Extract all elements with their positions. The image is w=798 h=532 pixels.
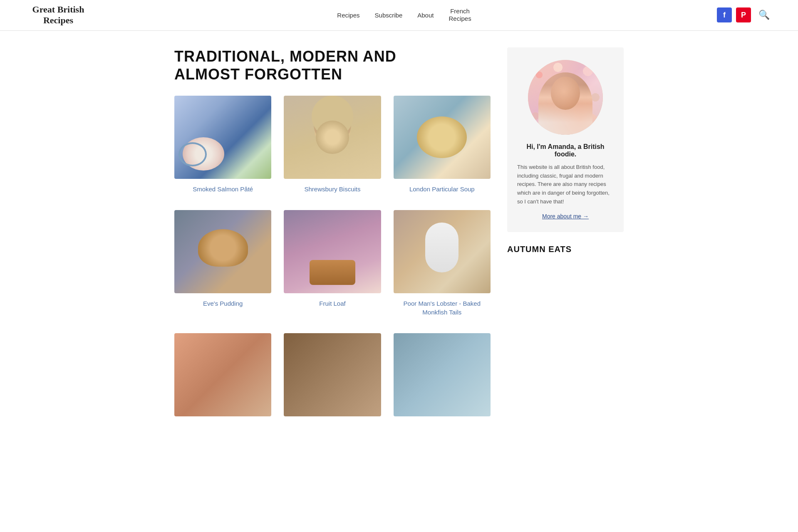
recipe-image-shrewsbury — [284, 96, 381, 179]
recipe-image-london-soup — [394, 96, 491, 179]
main-nav: Recipes Subscribe About French Recipes — [337, 7, 471, 22]
recipe-grid-row1: Smoked Salmon Pâté Shrewsbury Biscuits L… — [174, 96, 491, 193]
recipe-name-fruit-loaf: Fruit Loaf — [319, 299, 345, 308]
recipe-card-bottom3[interactable] — [394, 333, 491, 416]
recipe-image-bottom3 — [394, 333, 491, 416]
recipe-card-fruit-loaf[interactable]: Fruit Loaf — [284, 210, 381, 317]
recipe-image-smoked-salmon — [174, 96, 271, 179]
recipe-image-fruit-loaf — [284, 210, 381, 293]
site-header: Great British Recipes Recipes Subscribe … — [0, 0, 798, 31]
logo-line1: Great British — [32, 4, 84, 15]
recipe-image-bottom2 — [284, 333, 381, 416]
french-line1: French — [450, 7, 470, 15]
recipe-image-bottom1 — [174, 333, 271, 416]
recipe-name-eves-pudding: Eve's Pudding — [203, 299, 243, 308]
author-name: Hi, I'm Amanda, a British foodie. — [517, 143, 614, 158]
recipe-image-lobster — [394, 210, 491, 293]
avatar-background — [528, 60, 603, 135]
page-title: TRADITIONAL, MODERN AND ALMOST FORGOTTEN — [174, 47, 491, 83]
recipe-card-london-soup[interactable]: London Particular Soup — [394, 96, 491, 193]
content-area: TRADITIONAL, MODERN AND ALMOST FORGOTTEN… — [174, 31, 507, 425]
recipe-card-lobster[interactable]: Poor Man's Lobster - Baked Monkfish Tail… — [394, 210, 491, 317]
facebook-button[interactable]: f — [717, 7, 732, 22]
recipe-card-shrewsbury[interactable]: Shrewsbury Biscuits — [284, 96, 381, 193]
author-bio: This website is all about British food, … — [517, 163, 614, 206]
main-content: TRADITIONAL, MODERN AND ALMOST FORGOTTEN… — [149, 31, 649, 425]
french-line2: Recipes — [449, 15, 471, 22]
recipe-card-bottom2[interactable] — [284, 333, 381, 416]
recipe-image-eves-pudding — [174, 210, 271, 293]
author-body — [538, 72, 592, 135]
nav-french-recipes[interactable]: French Recipes — [449, 7, 471, 22]
recipe-card-smoked-salmon[interactable]: Smoked Salmon Pâté — [174, 96, 271, 193]
autumn-eats-heading: AUTUMN EATS — [507, 245, 624, 254]
recipe-grid-row2: Eve's Pudding Fruit Loaf Poor Man's Lobs… — [174, 210, 491, 317]
recipe-name-lobster: Poor Man's Lobster - Baked Monkfish Tail… — [394, 299, 491, 317]
recipe-name-london-soup: London Particular Soup — [409, 185, 475, 193]
author-head — [551, 77, 580, 110]
pinterest-button[interactable]: P — [736, 7, 751, 22]
header-social: f P 🔍 — [717, 7, 773, 22]
recipe-card-bottom1[interactable] — [174, 333, 271, 416]
recipe-grid-row3 — [174, 333, 491, 416]
search-button[interactable]: 🔍 — [755, 8, 773, 22]
recipe-name-smoked-salmon: Smoked Salmon Pâté — [193, 185, 253, 193]
recipe-card-eves-pudding[interactable]: Eve's Pudding — [174, 210, 271, 317]
more-about-link[interactable]: More about me → — [542, 213, 589, 220]
logo-line2: Recipes — [43, 15, 73, 26]
recipe-name-shrewsbury: Shrewsbury Biscuits — [304, 185, 360, 193]
nav-recipes[interactable]: Recipes — [337, 12, 359, 19]
title-line1: TRADITIONAL, MODERN AND — [174, 48, 397, 65]
nav-subscribe[interactable]: Subscribe — [375, 12, 403, 19]
site-logo[interactable]: Great British Recipes — [25, 4, 92, 26]
sidebar: Hi, I'm Amanda, a British foodie. This w… — [507, 31, 624, 425]
author-card: Hi, I'm Amanda, a British foodie. This w… — [507, 47, 624, 232]
title-line2: ALMOST FORGOTTEN — [174, 66, 342, 83]
author-avatar — [528, 60, 603, 135]
nav-about[interactable]: About — [417, 12, 434, 19]
